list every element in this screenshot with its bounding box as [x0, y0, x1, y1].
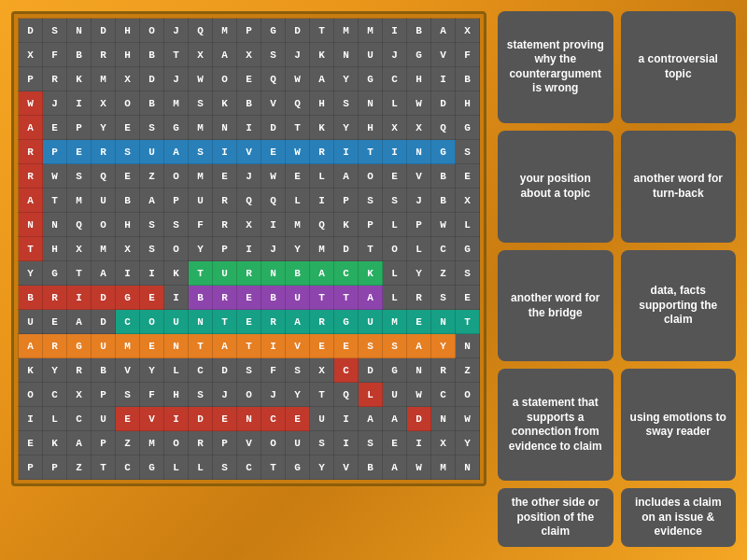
grid-cell: S [189, 383, 213, 407]
grid-cell: N [189, 310, 213, 334]
grid-cell: E [286, 407, 310, 431]
grid-cell: K [334, 213, 359, 237]
grid-cell: W [407, 383, 431, 407]
main-container: DSNDHOJQMPGDTMMIBAXXFBRHBTXAXSJKNUJGVFPR… [0, 0, 747, 560]
grid-cell: A [67, 431, 92, 455]
grid-cell: F [261, 358, 286, 383]
grid-cell: S [286, 358, 310, 383]
grid-cell: I [67, 286, 92, 310]
grid-cell: E [261, 140, 286, 164]
grid-cell: L [164, 358, 189, 383]
grid-cell: J [261, 383, 286, 407]
grid-cell: E [213, 407, 237, 431]
grid-cell: H [164, 383, 189, 407]
grid-cell: B [431, 164, 456, 189]
grid-cell: A [359, 407, 383, 431]
clue-card-1[interactable]: statement proving why the counterargumen… [498, 11, 613, 123]
grid-cell: J [286, 43, 310, 67]
grid-cell: L [383, 261, 407, 286]
grid-cell: G [286, 455, 310, 480]
grid-cell: T [67, 261, 92, 286]
grid-cell: X [310, 358, 334, 383]
grid-cell: E [140, 286, 164, 310]
grid-cell: C [237, 455, 261, 480]
grid-cell: V [261, 91, 286, 116]
grid-cell: K [43, 431, 67, 455]
grid-cell: Y [189, 237, 213, 261]
grid-cell: H [116, 213, 140, 237]
grid-cell: A [213, 334, 237, 358]
grid-cell: U [286, 431, 310, 455]
grid-cell: I [431, 67, 456, 91]
grid-cell: P [92, 431, 116, 455]
grid-cell: C [383, 67, 407, 91]
word-search-grid: DSNDHOJQMPGDTMMIBAXXFBRHBTXAXSJKNUJGVFPR… [11, 11, 486, 486]
grid-cell: J [164, 67, 189, 91]
clue-card-8[interactable]: using emotions to sway reader [621, 369, 737, 481]
grid-cell: J [164, 19, 189, 43]
grid-cell: Q [189, 19, 213, 43]
grid-cell: E [383, 431, 407, 455]
grid-cell: V [407, 164, 431, 189]
clue-card-6[interactable]: data, facts supporting the claim [621, 250, 737, 362]
grid-cell: E [334, 334, 359, 358]
grid-cell: V [237, 140, 261, 164]
clue-card-3[interactable]: your position about a topic [498, 131, 613, 243]
grid-cell: V [431, 43, 456, 67]
grid-cell: V [140, 407, 164, 431]
grid-cell: Q [92, 164, 116, 189]
clue-card-10[interactable]: includes a claim on an issue & evidence [621, 488, 737, 547]
grid-cell: E [237, 286, 261, 310]
grid-cell: G [407, 43, 431, 67]
grid-cell: D [92, 310, 116, 334]
grid-cell: I [164, 286, 189, 310]
grid-cell: T [189, 334, 213, 358]
clue-card-5[interactable]: another word for the bridge [498, 250, 613, 362]
grid-cell: C [334, 261, 359, 286]
grid-cell: R [43, 334, 67, 358]
grid-cell: S [359, 334, 383, 358]
grid-cell: F [43, 43, 67, 67]
grid-cell: W [407, 91, 431, 116]
grid-cell: G [456, 116, 480, 140]
grid-cell: P [213, 431, 237, 455]
grid-cell: X [116, 67, 140, 91]
grid-cell: L [383, 91, 407, 116]
clue-card-4[interactable]: another word for turn-back [621, 131, 737, 243]
clue-card-2[interactable]: a controversial topic [621, 11, 737, 123]
grid-cell: U [310, 407, 334, 431]
grid-cell: V [116, 358, 140, 383]
grid-cell: S [43, 19, 67, 43]
grid-cell: A [140, 189, 164, 213]
clue-card-7[interactable]: a statement that supports a connection f… [498, 369, 613, 481]
grid-cell: K [213, 91, 237, 116]
grid-cell: R [310, 140, 334, 164]
grid-cell: M [164, 91, 189, 116]
grid-cell: E [237, 310, 261, 334]
grid-cell: N [359, 91, 383, 116]
grid-cell: H [456, 91, 480, 116]
grid-cell: D [19, 19, 43, 43]
grid-cell: D [286, 19, 310, 43]
grid-cell: N [213, 116, 237, 140]
grid-cell: N [334, 43, 359, 67]
grid-cell: M [92, 67, 116, 91]
grid-cell: X [67, 237, 92, 261]
grid-cell: A [92, 261, 116, 286]
grid-cell: U [359, 43, 383, 67]
clue-card-9[interactable]: the other side or position of the claim [498, 488, 613, 547]
grid-cell: S [431, 286, 456, 310]
grid-cell: F [456, 43, 480, 67]
grid-cell: T [189, 261, 213, 286]
grid-cell: B [359, 455, 383, 480]
grid-cell: P [407, 213, 431, 237]
grid-cell: S [334, 91, 359, 116]
grid-cell: B [67, 43, 92, 67]
grid-cell: O [383, 237, 407, 261]
grid-cell: I [383, 19, 407, 43]
grid-cell: G [67, 334, 92, 358]
grid-cell: T [359, 140, 383, 164]
grid-cell: S [383, 334, 407, 358]
grid-cell: D [407, 407, 431, 431]
grid-cell: T [261, 455, 286, 480]
